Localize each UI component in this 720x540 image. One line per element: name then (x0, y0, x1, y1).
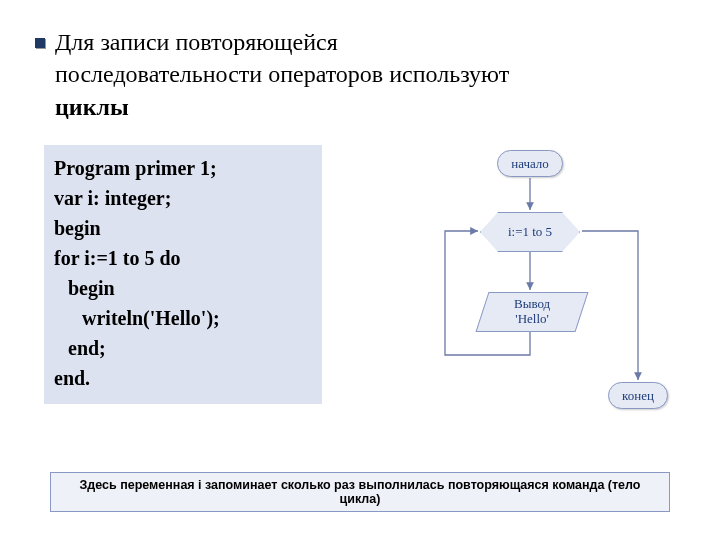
code-line: begin (54, 213, 312, 243)
flow-end-label: конец (622, 388, 654, 404)
footer-note: Здесь переменная i запоминает сколько ра… (50, 472, 670, 512)
flow-start-label: начало (511, 156, 549, 172)
code-line: var i: integer; (54, 183, 312, 213)
flow-start-terminal: начало (497, 150, 563, 177)
slide-heading: Для записи повторяющейся последовательно… (55, 26, 675, 123)
code-line: writeln('Hello'); (54, 303, 312, 333)
flow-output-parallelogram: Вывод 'Hello' (476, 292, 589, 332)
code-line: end; (54, 333, 312, 363)
code-line: begin (54, 273, 312, 303)
footer-note-text: Здесь переменная i запоминает сколько ра… (63, 478, 657, 506)
code-line: for i:=1 to 5 do (54, 243, 312, 273)
heading-line3: циклы (55, 94, 129, 120)
flow-loop-hexagon: i:=1 to 5 (480, 212, 580, 252)
flowchart-diagram: начало i:=1 to 5 Вывод 'Hello' конец (400, 145, 690, 435)
flow-loop-label: i:=1 to 5 (508, 224, 552, 240)
bullet-marker (35, 38, 45, 48)
code-line: Program primer 1; (54, 153, 312, 183)
flow-output-label: Вывод 'Hello' (514, 297, 550, 327)
code-line: end. (54, 363, 312, 393)
pascal-code-block: Program primer 1; var i: integer; begin … (44, 145, 322, 404)
heading-line2: последовательности операторов используют (55, 61, 509, 87)
heading-line1: Для записи повторяющейся (55, 29, 338, 55)
flow-end-terminal: конец (608, 382, 668, 409)
